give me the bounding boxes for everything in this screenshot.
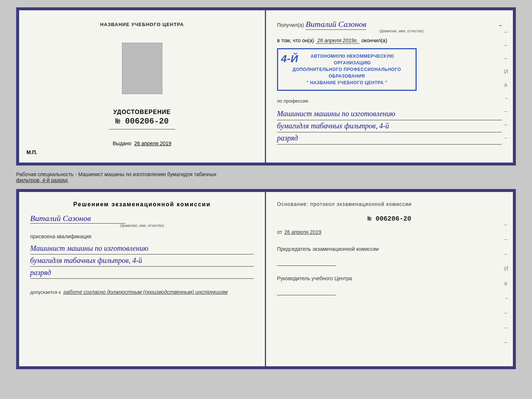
stamp-line3: ДОПОЛНИТЕЛЬНОГО ПРОФЕССИОНАЛЬНОГО ОБРАЗО… <box>283 66 410 79</box>
qualification-line3: разряд <box>30 267 254 279</box>
top-right-page: Получил(а) Виталий Сазонов (фамилия, имя… <box>266 10 513 163</box>
stamp-line4: " НАЗВАНИЕ УЧЕБНОГО ЦЕНТРА " <box>283 79 410 86</box>
recipient-name: Виталий Сазонов <box>306 19 366 30</box>
person-name: Виталий Сазонов <box>30 214 126 224</box>
signature-line-top <box>109 129 175 129</box>
udostoverenie-number: № 006206-20 <box>115 117 169 126</box>
predsedatel-sign-line <box>277 266 336 266</box>
profession-block: Машинист машины по изготовлению бумагидл… <box>277 108 502 145</box>
dopuskaetsya-label: допускается к <box>30 289 61 295</box>
right-dashes-bottom: – – – И а ← – – – <box>504 221 510 346</box>
right-dashes-top: – – – И а ← – – – <box>504 29 510 141</box>
profession-line2: бумагидля табачных фильтров, 4-й <box>277 120 502 132</box>
poluchil-label: Получил(а) <box>277 22 304 28</box>
profession-line1: Машинист машины по изготовлению <box>277 108 502 120</box>
photo-placeholder <box>122 43 162 94</box>
vtom-date: 26 апреля 2019г. <box>316 38 360 44</box>
dopuskaetsya-value: работе согласно должностным (производств… <box>64 289 228 295</box>
okonchil-label: окончил(а) <box>362 38 387 43</box>
person-name-block: Виталий Сазонов (фамилия, имя, отчество) <box>30 214 254 228</box>
stamp-line2: АВТОНОМНУЮ НЕКОММЕРЧЕСКУЮ ОРГАНИЗАЦИЮ <box>283 53 410 66</box>
rukovoditel-label: Руководитель учебного Центра <box>277 275 352 281</box>
predsedatel-label: Председатель экзаменационной комиссии <box>277 246 379 252</box>
rukovoditel-text: Руководитель учебного Центра <box>277 275 502 282</box>
bottom-left-page: Решением экзаменационной комиссии Витали… <box>19 192 266 366</box>
resheniye-title: Решением экзаменационной комиссии <box>30 201 254 208</box>
profession-line3: разряд <box>277 132 502 145</box>
udostoverenie-title: УДОСТОВЕРЕНИЕ <box>113 109 170 115</box>
vtom-label: в том, что он(а) <box>277 38 314 43</box>
protocol-number: № 006206-20 <box>277 215 502 222</box>
rukovoditel-sign-line <box>277 295 336 295</box>
stamp-number: 4-й <box>281 51 298 67</box>
fio-hint-bottom: (фамилия, имя, отчество) <box>30 224 254 228</box>
issued-label: Выдано <box>113 140 132 146</box>
prisvoena-label: присвоена квалификация <box>30 234 254 239</box>
top-center-title: НАЗВАНИЕ УЧЕБНОГО ЦЕНТРА <box>100 21 184 28</box>
info-line1: Рабочая специальность - Машинист машины … <box>16 171 516 177</box>
info-strip: Рабочая специальность - Машинист машины … <box>16 170 516 185</box>
top-left-page: НАЗВАНИЕ УЧЕБНОГО ЦЕНТРА УДОСТОВЕРЕНИЕ №… <box>19 10 266 163</box>
qualification-block: Машинист машины по изготовлению бумагидл… <box>30 242 254 279</box>
osnovaniye-text: Основание: протокол экзаменационной коми… <box>277 201 502 207</box>
po-professii-label: по профессии <box>277 98 502 104</box>
info-line2: фильтров, 4-й разряд <box>16 177 516 183</box>
stamp-block: 4-й АВТОНОМНУЮ НЕКОММЕРЧЕСКУЮ ОРГАНИЗАЦИ… <box>277 48 417 91</box>
ot-date: 26 апреля 2019 <box>284 229 321 235</box>
mp-line: М.П. <box>26 149 37 155</box>
dopuskaetsya-block: допускается к работе согласно должностны… <box>30 289 254 295</box>
vtom-line: в том, что он(а) 26 апреля 2019г. окончи… <box>277 38 502 44</box>
qualification-line2: бумагидля табачных фильтров, 4-й <box>30 254 254 267</box>
bottom-right-page: Основание: протокол экзаменационной коми… <box>266 192 513 366</box>
top-document: НАЗВАНИЕ УЧЕБНОГО ЦЕНТРА УДОСТОВЕРЕНИЕ №… <box>16 7 516 165</box>
ot-label: от <box>277 229 282 235</box>
qualification-line1: Машинист машины по изготовлению <box>30 242 254 254</box>
bottom-document: Решением экзаменационной комиссии Витали… <box>16 189 516 369</box>
ot-date-line: от 26 апреля 2019 <box>277 229 502 235</box>
issued-date: 26 апреля 2019 <box>134 140 172 146</box>
recipient-line: Получил(а) Виталий Сазонов (фамилия, имя… <box>277 19 502 33</box>
dash-after-name: – <box>499 22 502 28</box>
predsedatel-text: Председатель экзаменационной комиссии <box>277 245 502 253</box>
issued-line: Выдано 26 апреля 2019 <box>113 140 172 146</box>
